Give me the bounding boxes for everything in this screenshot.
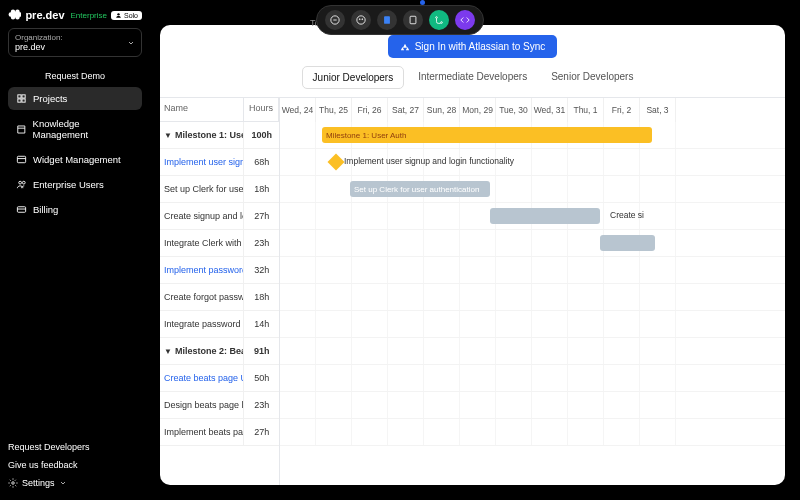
task-row[interactable]: Implement user signup68h <box>160 149 279 176</box>
request-developers-link[interactable]: Request Developers <box>8 438 142 456</box>
milestone-row[interactable]: ▼Milestone 2: Beats Pa91h <box>160 338 279 365</box>
task-name: Create signup and login <box>160 203 244 229</box>
timeline-row: Milestone 1: User Auth <box>280 122 785 149</box>
gantt-bar[interactable] <box>490 208 600 224</box>
svg-rect-13 <box>17 156 25 162</box>
svg-point-1 <box>357 16 365 24</box>
task-row[interactable]: Set up Clerk for user auth18h <box>160 176 279 203</box>
date-header-cell: Mon, 29 <box>460 98 496 122</box>
task-row[interactable]: Create signup and login27h <box>160 203 279 230</box>
task-row[interactable]: Integrate Clerk with the23h <box>160 230 279 257</box>
atlassian-sync-button[interactable]: Sign In with Atlassian to Sync <box>388 35 558 58</box>
nav-icon <box>16 93 27 104</box>
bar-label: Create si <box>610 210 644 220</box>
brand-name: pre.dev <box>25 9 64 21</box>
gantt-bar[interactable]: Set up Clerk for user authentication <box>350 181 490 197</box>
gear-icon <box>8 478 18 488</box>
task-name: Set up Clerk for user auth <box>160 176 244 202</box>
gantt-panel: Sign In with Atlassian to Sync Junior De… <box>160 25 785 485</box>
timeline-row <box>280 230 785 257</box>
bar-label: Implement user signup and login function… <box>344 156 514 166</box>
task-hours: 18h <box>244 292 279 302</box>
svg-point-14 <box>19 181 22 184</box>
nav-icon <box>16 154 27 165</box>
timeline-row <box>280 338 785 365</box>
task-hours: 100h <box>244 130 279 140</box>
column-hours: Hours <box>244 98 279 121</box>
svg-point-3 <box>362 19 363 20</box>
tab-senior-developers[interactable]: Senior Developers <box>541 66 643 89</box>
doc-blue-icon[interactable] <box>377 10 397 30</box>
task-name: ▼Milestone 1: User Auth <box>160 122 244 148</box>
svg-point-7 <box>441 22 443 24</box>
svg-point-2 <box>359 19 360 20</box>
nav-icon <box>16 179 27 190</box>
task-name: Create forgot password <box>160 284 244 310</box>
sidebar-item-enterprise-users[interactable]: Enterprise Users <box>8 173 142 196</box>
code-icon[interactable] <box>455 10 475 30</box>
task-name: Create beats page UI <box>160 365 244 391</box>
svg-rect-10 <box>22 95 25 98</box>
date-header-cell: Wed, 24 <box>280 98 316 122</box>
date-header-cell: Tue, 30 <box>496 98 532 122</box>
task-row[interactable]: Design beats page lay23h <box>160 392 279 419</box>
feedback-link[interactable]: Give us feedback <box>8 456 142 474</box>
task-row[interactable]: Implement beats page27h <box>160 419 279 446</box>
task-row[interactable]: Create beats page UI50h <box>160 365 279 392</box>
gantt-bar[interactable] <box>600 235 655 251</box>
task-hours: 27h <box>244 427 279 437</box>
atlassian-icon <box>400 42 410 52</box>
sidebar-item-widget-management[interactable]: Widget Management <box>8 148 142 171</box>
sidebar-item-knowledge-management[interactable]: Knowledge Management <box>8 112 142 146</box>
solo-badge[interactable]: Solo <box>111 11 142 20</box>
milestone-row[interactable]: ▼Milestone 1: User Auth100h <box>160 122 279 149</box>
date-header-cell: Sun, 28 <box>424 98 460 122</box>
task-hours: 32h <box>244 265 279 275</box>
sidebar-item-billing[interactable]: Billing <box>8 198 142 221</box>
gantt-bar[interactable]: Milestone 1: User Auth <box>322 127 652 143</box>
svg-point-17 <box>12 482 15 485</box>
chevron-down-icon <box>59 479 67 487</box>
date-header-cell: Sat, 27 <box>388 98 424 122</box>
svg-rect-9 <box>18 95 21 98</box>
task-name: Implement password <box>160 257 244 283</box>
task-row[interactable]: Integrate password re14h <box>160 311 279 338</box>
settings-link[interactable]: Settings <box>8 474 142 492</box>
nav-list: ProjectsKnowledge ManagementWidget Manag… <box>8 87 142 223</box>
task-hours: 50h <box>244 373 279 383</box>
timeline-row <box>280 257 785 284</box>
sidebar-item-projects[interactable]: Projects <box>8 87 142 110</box>
timeline-row <box>280 365 785 392</box>
task-hours: 23h <box>244 238 279 248</box>
svg-rect-5 <box>410 16 416 24</box>
face-icon[interactable] <box>351 10 371 30</box>
task-hours: 68h <box>244 157 279 167</box>
timeline-row <box>280 284 785 311</box>
timeline: Wed, 24Thu, 25Fri, 26Sat, 27Sun, 28Mon, … <box>280 98 785 485</box>
task-row[interactable]: Create forgot password18h <box>160 284 279 311</box>
svg-point-6 <box>436 17 438 19</box>
task-hours: 18h <box>244 184 279 194</box>
task-hours: 91h <box>244 346 279 356</box>
tier-label: Enterprise <box>71 11 107 20</box>
chat-icon[interactable] <box>325 10 345 30</box>
task-name: Integrate Clerk with the <box>160 230 244 256</box>
timeline-row <box>280 311 785 338</box>
task-name: Design beats page lay <box>160 392 244 418</box>
nav-icon <box>16 124 27 135</box>
branch-icon[interactable] <box>429 10 449 30</box>
timeline-row <box>280 392 785 419</box>
task-name: Implement user signup <box>160 149 244 175</box>
svg-rect-11 <box>18 99 21 102</box>
svg-rect-12 <box>22 99 25 102</box>
org-selector[interactable]: Organization: pre.dev <box>8 28 142 57</box>
task-name: ▼Milestone 2: Beats Pa <box>160 338 244 364</box>
date-header-cell: Fri, 2 <box>604 98 640 122</box>
floating-toolbar <box>316 5 484 35</box>
request-demo-link[interactable]: Request Demo <box>8 65 142 87</box>
task-row[interactable]: Implement password32h <box>160 257 279 284</box>
tab-junior-developers[interactable]: Junior Developers <box>302 66 405 89</box>
task-list: Name Hours ▼Milestone 1: User Auth100hIm… <box>160 98 280 485</box>
tab-intermediate-developers[interactable]: Intermediate Developers <box>408 66 537 89</box>
doc-icon[interactable] <box>403 10 423 30</box>
